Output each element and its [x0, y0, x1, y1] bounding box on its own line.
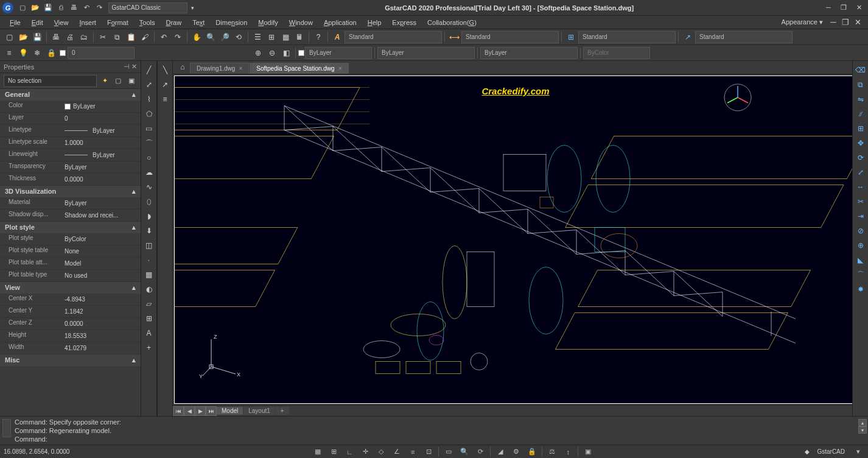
paste-button[interactable]: 📋: [124, 30, 138, 44]
layer-iso-button[interactable]: ◧: [279, 46, 293, 60]
redo-icon[interactable]: ↷: [94, 2, 105, 13]
color-select[interactable]: [305, 47, 372, 59]
command-line[interactable]: Command: Specify opposite corner: Comman…: [0, 416, 868, 445]
collapse-icon[interactable]: ▴: [132, 356, 136, 364]
table-style-icon[interactable]: ⊞: [564, 30, 578, 44]
property-value[interactable]: Model: [61, 258, 141, 269]
save-button[interactable]: 💾: [30, 30, 44, 44]
block-icon[interactable]: ◫: [142, 239, 156, 252]
region-icon[interactable]: ▱: [142, 297, 156, 311]
arc-icon[interactable]: ⌒: [142, 136, 156, 150]
collapse-icon[interactable]: ▴: [132, 188, 136, 196]
menu-application[interactable]: Application: [319, 18, 362, 27]
layer-on-button[interactable]: 💡: [16, 46, 30, 60]
spline-icon[interactable]: ∿: [142, 180, 156, 194]
selection-dropdown[interactable]: [4, 75, 97, 87]
calculator-button[interactable]: 🖩: [293, 30, 306, 44]
properties-close-icon[interactable]: ✕: [131, 63, 137, 71]
lock-icon[interactable]: 🔒: [526, 446, 538, 457]
explode-icon[interactable]: ✸: [854, 283, 867, 296]
break-icon[interactable]: ⊘: [854, 224, 867, 238]
property-row[interactable]: Linetype scale1.0000: [0, 137, 141, 149]
viewcube-icon[interactable]: [723, 82, 753, 113]
section-view[interactable]: View: [5, 284, 20, 292]
workspace-select[interactable]: [108, 2, 187, 13]
array-icon[interactable]: ⊞: [854, 122, 867, 135]
property-row[interactable]: TransparencyByLayer: [0, 161, 141, 174]
maximize-button[interactable]: ❐: [837, 2, 850, 13]
toolpalettes-button[interactable]: ▦: [279, 30, 292, 44]
property-value[interactable]: 41.0279: [61, 342, 141, 354]
close-button[interactable]: ✕: [852, 2, 866, 13]
workspace-icon[interactable]: ⚙: [510, 446, 522, 457]
property-row[interactable]: Center X-4.8943: [0, 294, 141, 306]
cycle-icon[interactable]: ⟳: [474, 446, 486, 457]
copy2-icon[interactable]: ⧉: [854, 78, 867, 91]
property-value[interactable]: ByColor: [61, 233, 141, 245]
layer-freeze-button[interactable]: ❄: [30, 46, 44, 60]
properties-pin-icon[interactable]: ⊣: [124, 63, 130, 71]
text-style-select[interactable]: [345, 31, 442, 43]
color-swatch[interactable]: [298, 50, 304, 56]
layout-tab-layout1[interactable]: Layout1: [243, 407, 275, 415]
copy-button[interactable]: ⧉: [110, 30, 124, 44]
open-icon[interactable]: 📂: [30, 2, 41, 13]
menu-format[interactable]: Format: [102, 18, 133, 27]
line2-icon[interactable]: ╲: [158, 63, 172, 77]
cmdline-grip-icon[interactable]: [2, 419, 11, 437]
drawing-canvas[interactable]: Crackedify.com: [174, 76, 857, 404]
property-value[interactable]: 18.5533: [61, 330, 141, 342]
layer-select[interactable]: [68, 47, 135, 59]
section-3dvis[interactable]: 3D Visualization: [5, 188, 56, 196]
menu-edit[interactable]: Edit: [27, 18, 48, 27]
plot-button[interactable]: 🖶: [49, 30, 63, 44]
pickadd-icon[interactable]: ▢: [113, 76, 124, 86]
property-value[interactable]: 1.1842: [61, 306, 141, 317]
undo-icon[interactable]: ↶: [81, 2, 92, 13]
mtext-icon[interactable]: A: [142, 326, 156, 340]
zoom-previous-button[interactable]: ⟲: [232, 30, 245, 44]
ortho-icon[interactable]: ∟: [343, 446, 355, 457]
home-tab-icon[interactable]: ⌂: [175, 61, 190, 74]
zoom-realtime-button[interactable]: 🔍: [204, 30, 217, 44]
property-row[interactable]: MaterialByLayer: [0, 197, 141, 210]
dyn-icon[interactable]: ⊡: [422, 446, 435, 457]
save-icon[interactable]: 💾: [43, 2, 54, 13]
collapse-icon[interactable]: ▴: [132, 224, 136, 231]
magnifier-icon[interactable]: 🔍: [458, 446, 471, 457]
ray-icon[interactable]: ↗: [158, 78, 172, 91]
ellipsearc-icon[interactable]: ◗: [142, 210, 156, 223]
selectobjects-icon[interactable]: ▣: [126, 76, 137, 86]
ellipse-icon[interactable]: ⬯: [142, 195, 156, 208]
quickselect-icon[interactable]: ✦: [99, 76, 110, 86]
extend-icon[interactable]: ⇥: [854, 210, 867, 223]
menu-tools[interactable]: Tools: [135, 18, 160, 27]
property-value[interactable]: 0: [61, 113, 141, 124]
linetype-select[interactable]: [377, 47, 475, 59]
polar-icon[interactable]: ✛: [359, 446, 371, 457]
collapse-icon[interactable]: ▴: [132, 91, 136, 99]
osnap-icon[interactable]: ◇: [375, 446, 387, 457]
menu-draw[interactable]: Draw: [161, 18, 186, 27]
designcenter-button[interactable]: ⊞: [265, 30, 278, 44]
close-icon[interactable]: ×: [239, 65, 242, 72]
circle-icon[interactable]: ○: [142, 151, 156, 164]
doc-close-icon[interactable]: ✕: [852, 18, 863, 27]
model-icon[interactable]: ▭: [443, 446, 455, 457]
isoplane-icon[interactable]: ◢: [494, 446, 506, 457]
table-style-select[interactable]: [578, 31, 676, 43]
menu-window[interactable]: Window: [284, 18, 318, 27]
property-value[interactable]: ByLayer: [61, 149, 141, 161]
hatch-icon[interactable]: ▦: [142, 268, 156, 281]
menu-text[interactable]: Text: [187, 18, 209, 27]
rectangle-icon[interactable]: ▭: [142, 122, 156, 135]
menu-modify[interactable]: Modify: [253, 18, 282, 27]
xline-icon[interactable]: ⤢: [142, 78, 156, 91]
property-row[interactable]: Thickness0.0000: [0, 174, 141, 186]
cmdline-scroll-up-icon[interactable]: ▴: [858, 419, 867, 426]
join-icon[interactable]: ⊕: [854, 239, 867, 252]
rotate-icon[interactable]: ⟳: [854, 151, 867, 164]
snap-icon[interactable]: ⊞: [327, 446, 340, 457]
properties-button[interactable]: ☰: [251, 30, 264, 44]
new-button[interactable]: ▢: [2, 30, 16, 44]
